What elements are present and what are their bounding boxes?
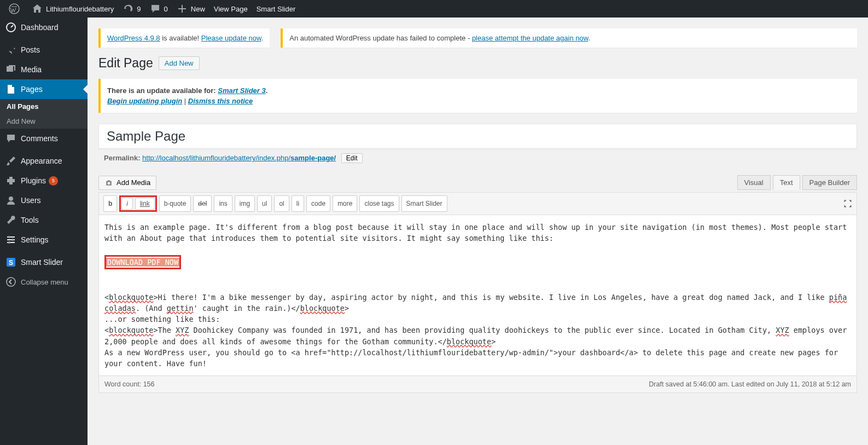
sidebar-all-pages[interactable]: All Pages [0,99,88,114]
add-new-button[interactable]: Add New [159,56,200,70]
tb-italic[interactable]: i [121,198,133,210]
user-icon [5,195,16,206]
refresh-icon [123,3,133,14]
site-name-label: Lithiumflouridebattery [46,5,114,13]
editor-footer: Word count: 156 Draft saved at 5:46:00 a… [98,376,857,393]
sidebar-tools[interactable]: Tools [0,210,88,230]
attempt-update-link[interactable]: please attempt the update again now [472,34,589,42]
tb-del[interactable]: del [193,195,212,212]
tab-visual[interactable]: Visual [737,175,771,190]
new-content[interactable]: New [172,0,209,18]
collapse-icon [5,276,16,287]
plugin-update-badge: 5 [49,176,58,186]
word-count: Word count: 156 [104,380,155,388]
toolbar-buttons: b i link b-quote del ins img ul ol li co… [103,195,447,212]
camera-icon [104,178,113,187]
plugin-name-link[interactable]: Smart Slider 3 [218,86,265,95]
media-icon [5,64,16,75]
svg-point-2 [9,197,13,201]
tb-link[interactable]: link [135,198,155,210]
tb-ins[interactable]: ins [214,195,232,212]
svg-text:S: S [9,259,13,267]
updates-link[interactable]: 9 [118,0,145,18]
pin-icon [5,44,16,55]
permalink-link[interactable]: http://localhost/lithiumflouridebattery/… [142,154,336,162]
svg-point-4 [11,239,14,241]
wordpress-icon [9,3,20,14]
sidebar-users[interactable]: Users [0,190,88,210]
tb-close-tags[interactable]: close tags [359,195,399,212]
smart-slider-link[interactable]: Smart Slider [252,0,300,18]
updates-count: 9 [137,5,141,13]
tb-ol[interactable]: ol [274,195,289,212]
update-now-link[interactable]: Please update now [201,34,261,42]
tb-bold[interactable]: b [103,195,117,212]
highlighted-buttons: i link [119,195,156,212]
brush-icon [5,155,16,166]
view-page-link[interactable]: View Page [209,0,252,18]
download-highlight: DOWNLOAD PDF NOW [104,255,181,269]
tb-bquote[interactable]: b-quote [159,195,191,212]
editor-tabs: Visual Text Page Builder [737,175,857,190]
sidebar-add-new-page[interactable]: Add New [0,114,88,129]
title-wrap [98,124,857,149]
begin-updating-link[interactable]: Begin updating plugin [107,97,182,105]
new-label: New [191,5,205,13]
plugin-update-notice: There is an update available for: Smart … [98,79,857,113]
wrench-icon [5,215,16,226]
tb-img[interactable]: img [235,195,255,212]
sidebar-smart-slider[interactable]: S Smart Slider [0,252,88,272]
download-pdf-link: DOWNLOAD PDF NOW [106,258,179,267]
tab-text[interactable]: Text [773,175,800,190]
admin-sidebar: Dashboard Posts Media Pages All Pages Ad… [0,18,88,393]
svg-point-5 [8,241,10,244]
dashboard-icon [5,22,16,33]
svg-point-3 [8,236,10,238]
page-title: Edit Page [98,56,153,71]
wp-version-link[interactable]: WordPress 4.9.8 [107,34,160,42]
plugin-icon [5,175,16,186]
tab-page-builder[interactable]: Page Builder [802,175,857,190]
sliders-icon [5,234,16,245]
fullscreen-icon[interactable] [843,199,852,208]
sidebar-comments[interactable]: Comments [0,129,88,148]
comments-count: 0 [164,5,168,13]
slider-s-icon: S [5,257,16,268]
sidebar-pages[interactable]: Pages [0,79,88,99]
page-title-input[interactable] [99,124,857,148]
permalink-row: Permalink: http://localhost/lithiumflour… [98,149,857,167]
tb-more[interactable]: more [333,195,357,212]
tb-smart-slider[interactable]: Smart Slider [401,195,447,212]
sidebar-media[interactable]: Media [0,60,88,79]
tb-code[interactable]: code [306,195,330,212]
add-media-button[interactable]: Add Media [98,176,156,190]
comments-link[interactable]: 0 [145,0,172,18]
wp-logo[interactable] [4,0,27,18]
sidebar-appearance[interactable]: Appearance [0,151,88,171]
notices-row: WordPress 4.9.8 is available! Please upd… [98,28,857,48]
site-name[interactable]: Lithiumflouridebattery [27,0,118,18]
sidebar-pages-submenu: All Pages Add New [0,99,88,129]
sidebar-settings[interactable]: Settings [0,230,88,250]
page-icon [5,84,16,95]
home-icon [32,3,43,14]
main-content: WordPress 4.9.8 is available! Please upd… [88,18,868,393]
tb-ul[interactable]: ul [257,195,272,212]
sidebar-plugins[interactable]: Plugins 5 [0,171,88,190]
svg-point-9 [108,182,110,184]
content-textarea[interactable]: This is an example page. It's different … [98,215,857,376]
sidebar-dashboard[interactable]: Dashboard [0,18,88,37]
tb-li[interactable]: li [292,195,304,212]
sidebar-posts[interactable]: Posts [0,40,88,60]
media-row: Add Media Visual Text Page Builder [98,175,857,190]
admin-bar: Lithiumflouridebattery 9 0 New View Page… [0,0,868,18]
text-toolbar: b i link b-quote del ins img ul ol li co… [98,192,857,215]
wp-update-notice: WordPress 4.9.8 is available! Please upd… [98,28,270,48]
save-status: Draft saved at 5:46:00 am. Last edited o… [649,380,851,388]
auto-update-fail-notice: An automated WordPress update has failed… [281,28,857,48]
collapse-menu[interactable]: Collapse menu [0,272,88,292]
edit-permalink-button[interactable]: Edit [341,153,363,163]
dismiss-notice-link[interactable]: Dismiss this notice [188,97,253,105]
comment-icon [150,3,161,14]
plus-icon [177,3,188,14]
